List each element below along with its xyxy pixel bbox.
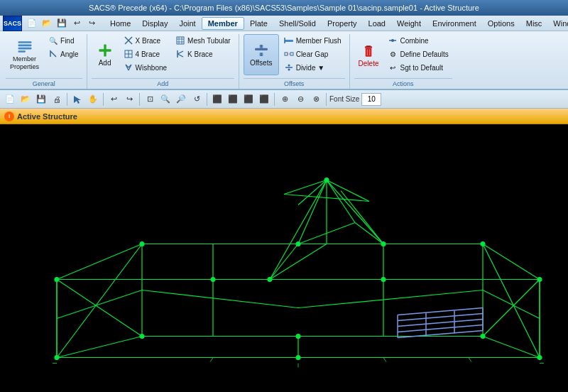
svg-rect-5 [99, 49, 111, 51]
find-icon: 🔍 [48, 36, 58, 45]
find-button[interactable]: 🔍 Find [45, 34, 82, 47]
svg-line-84 [298, 180, 327, 205]
menu-misc[interactable]: Misc [520, 18, 548, 29]
k-brace-icon [175, 49, 185, 59]
sacs-logo[interactable]: SACS [3, 16, 22, 31]
tb-pan[interactable]: ✋ [86, 92, 100, 107]
menu-joint[interactable]: Joint [173, 18, 201, 29]
delete-label: Delete [359, 60, 379, 67]
tb-view2[interactable]: ⬛ [226, 92, 240, 107]
mesh-tubular-icon [175, 36, 185, 45]
menu-property[interactable]: Property [322, 18, 363, 29]
font-size-input[interactable] [361, 93, 381, 106]
x-brace-label: X Brace [136, 37, 161, 45]
tb-save[interactable]: 💾 [34, 92, 48, 107]
combine-icon [388, 36, 398, 45]
menu-home[interactable]: Home [104, 18, 136, 29]
k-brace-button[interactable]: K Brace [172, 48, 234, 60]
svg-line-86 [398, 308, 483, 315]
menu-display[interactable]: Display [136, 18, 173, 29]
member-properties-button[interactable]: MemberProperties [6, 34, 43, 75]
svg-line-81 [284, 180, 327, 195]
combine-button[interactable]: Combine [384, 34, 452, 47]
tb-view3[interactable]: ⬛ [241, 92, 256, 107]
sgt-to-default-icon: ↩ [388, 62, 398, 72]
offsets-button[interactable]: Offsets [244, 34, 279, 75]
svg-rect-1 [18, 45, 31, 47]
tb-extra1[interactable]: ⊕ [278, 92, 292, 107]
wishbone-icon [124, 62, 133, 72]
x-brace-button[interactable]: X Brace [120, 34, 170, 47]
svg-marker-40 [74, 96, 81, 104]
tb-view1[interactable]: ⬛ [210, 92, 224, 107]
viewport[interactable] [0, 124, 568, 392]
svg-line-88 [398, 320, 483, 327]
tb-select[interactable] [70, 92, 84, 107]
tb-new[interactable]: 📄 [3, 92, 17, 107]
svg-line-61 [298, 290, 483, 308]
sgt-to-default-label: Sgt to Default [400, 64, 443, 72]
tb-zoom-in[interactable]: 🔍 [158, 92, 173, 107]
svg-point-95 [55, 356, 59, 360]
svg-line-71 [270, 180, 327, 280]
tb-view4[interactable]: ⬛ [257, 92, 271, 107]
menu-options[interactable]: Options [482, 18, 520, 29]
4-brace-button[interactable]: 4 Brace [120, 48, 170, 60]
svg-line-69 [483, 244, 540, 358]
svg-point-30 [288, 65, 290, 67]
tb-rotate[interactable]: ↺ [190, 92, 204, 107]
menu-load[interactable]: Load [363, 18, 391, 29]
menu-member[interactable]: Member [202, 17, 244, 30]
tb-extra3[interactable]: ⊗ [309, 92, 323, 107]
offsets-icon [253, 42, 270, 59]
tb-extra2[interactable]: ⊖ [293, 92, 307, 107]
mesh-tubular-button[interactable]: Mesh Tubular [172, 34, 234, 47]
svg-line-116 [469, 358, 471, 362]
tb-undo[interactable]: ↩ [106, 92, 121, 107]
svg-point-102 [140, 334, 144, 339]
member-flush-button[interactable]: Member Flush [280, 34, 345, 47]
svg-line-89 [398, 325, 483, 332]
svg-rect-26 [285, 53, 288, 55]
divide-button[interactable]: Divide ▼ [280, 61, 345, 74]
svg-point-39 [391, 39, 394, 42]
svg-point-109 [381, 242, 386, 246]
angle-icon [48, 49, 58, 59]
tb-zoom-out[interactable]: 🔎 [174, 92, 188, 107]
qat-open[interactable]: 📂 [40, 16, 54, 31]
ribbon: MemberProperties 🔍 Find Angle [0, 31, 568, 90]
svg-line-67 [57, 244, 142, 358]
qat-save[interactable]: 💾 [55, 16, 69, 31]
active-label: Active Structure [17, 112, 77, 121]
define-defaults-button[interactable]: ⚙ Define Defaults [384, 48, 452, 60]
tb-redo[interactable]: ↪ [122, 92, 136, 107]
sgt-to-default-button[interactable]: ↩ Sgt to Default [384, 61, 452, 74]
wishbone-button[interactable]: Wishbone [120, 61, 170, 74]
tb-zoom-extent[interactable]: ⊡ [143, 92, 157, 107]
member-properties-icon [16, 38, 33, 55]
menu-environment[interactable]: Environment [427, 18, 482, 29]
menu-bar: SACS 📄 📂 💾 ↩ ↪ Home Display Joint Member… [0, 16, 568, 31]
qat-new[interactable]: 📄 [25, 16, 39, 31]
angle-button[interactable]: Angle [45, 48, 82, 60]
qat-redo[interactable]: ↪ [84, 16, 99, 31]
menu-weight[interactable]: Weight [391, 18, 427, 29]
4-brace-icon [124, 49, 133, 59]
svg-point-101 [481, 242, 485, 246]
delete-icon [360, 43, 377, 60]
menu-plate[interactable]: Plate [244, 18, 273, 29]
clear-gap-label: Clear Gap [296, 50, 329, 58]
delete-button[interactable]: Delete [354, 34, 383, 75]
mesh-tubular-label: Mesh Tubular [187, 37, 231, 45]
clear-gap-button[interactable]: Clear Gap [280, 48, 345, 60]
svg-rect-34 [366, 48, 372, 56]
qat-undo[interactable]: ↩ [70, 16, 84, 31]
svg-point-98 [55, 278, 59, 282]
tb-print[interactable]: 🖨 [50, 92, 64, 107]
ribbon-group-add: Add X Brace [89, 34, 239, 89]
svg-line-75 [327, 180, 355, 223]
tb-open[interactable]: 📂 [18, 92, 33, 107]
menu-shell[interactable]: Shell/Solid [273, 18, 322, 29]
add-button[interactable]: Add [92, 34, 119, 75]
menu-window[interactable]: Window [547, 18, 568, 29]
